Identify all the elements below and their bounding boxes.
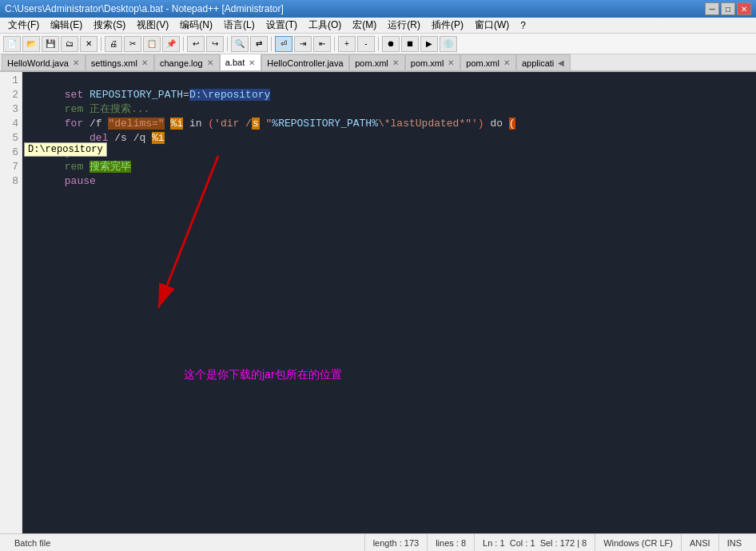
tab-changelog[interactable]: change.log ✕ (154, 54, 220, 70)
macro-stop-button[interactable]: ⏹ (401, 36, 419, 52)
tab-settings-label: settings.xml (91, 58, 137, 68)
toolbar-separator-6 (378, 37, 379, 51)
tab-pom2[interactable]: pom.xml ✕ (405, 54, 461, 70)
tab-pom3-close[interactable]: ✕ (503, 58, 511, 67)
undo-button[interactable]: ↩ (187, 36, 205, 52)
status-encoding: ANSI (682, 534, 719, 551)
tab-pom3-label: pom.xml (466, 58, 499, 68)
status-lines: lines : 8 (428, 534, 475, 551)
status-position: Ln : 1 Col : 1 Sel : 172 | 8 (475, 534, 595, 551)
menu-run[interactable]: 运行(R) (383, 17, 425, 34)
path-tooltip: D:\repository (24, 142, 107, 157)
wordwrap-button[interactable]: ⏎ (275, 36, 292, 52)
menu-file[interactable]: 文件(F) (3, 17, 44, 34)
tab-abat-close[interactable]: ✕ (248, 58, 256, 67)
toolbar-separator-2 (183, 37, 184, 51)
toolbar-separator-3 (227, 37, 228, 51)
cut-button[interactable]: ✂ (124, 36, 141, 52)
menu-edit[interactable]: 编辑(E) (46, 17, 87, 34)
code-line-8 (27, 174, 751, 189)
save-all-button[interactable]: 🗂 (61, 36, 78, 52)
tab-pom3[interactable]: pom.xml ✕ (460, 54, 516, 70)
minimize-button[interactable]: ─ (705, 2, 719, 15)
new-button[interactable]: 📄 (3, 36, 21, 52)
menu-encode[interactable]: 编码(N) (175, 17, 217, 34)
line-numbers: 1 2 3 4 5 6 7 8 (0, 72, 22, 533)
zoom-out-button[interactable]: - (357, 36, 375, 52)
toolbar-separator-1 (101, 37, 101, 51)
status-bar: Batch file length : 173 lines : 8 Ln : 1… (0, 533, 756, 551)
macro-play-button[interactable]: ▶ (420, 36, 438, 52)
status-ins: INS (719, 534, 750, 551)
tab-settings-close[interactable]: ✕ (141, 58, 149, 67)
redo-button[interactable]: ↪ (206, 36, 224, 52)
status-length: length : 173 (365, 534, 428, 551)
menu-view[interactable]: 视图(V) (132, 17, 173, 34)
code-line-6: rem 搜索完毕 (27, 146, 751, 160)
menu-plugins[interactable]: 插件(P) (427, 17, 468, 34)
close-button[interactable]: ✕ (737, 2, 751, 15)
copy-button[interactable]: 📋 (143, 36, 161, 52)
title-buttons: ─ □ ✕ (705, 2, 751, 15)
replace-button[interactable]: ⇄ (250, 36, 268, 52)
paste-button[interactable]: 📌 (162, 36, 180, 52)
tab-pom2-close[interactable]: ✕ (447, 58, 455, 67)
tab-helloworld[interactable]: HelloWorld.java ✕ (2, 54, 86, 70)
open-button[interactable]: 📂 (22, 36, 40, 52)
tab-abat-label: a.bat (225, 58, 245, 67)
zoom-in-button[interactable]: + (338, 36, 356, 52)
window-title: C:\Users\Administrator\Desktop\a.bat - N… (5, 3, 284, 14)
toolbar-separator-5 (334, 37, 335, 51)
menu-bar: 文件(F) 编辑(E) 搜索(S) 视图(V) 编码(N) 语言(L) 设置(T… (0, 18, 756, 34)
tab-pom1-label: pom.xml (355, 58, 388, 68)
menu-settings[interactable]: 设置(T) (261, 17, 302, 34)
status-filetype: Batch file (6, 534, 365, 551)
code-line-1: set REPOSITORY_PATH=D:\repository (27, 74, 751, 88)
tab-hellocontroller-label: HelloController.java (267, 58, 343, 68)
status-lineending: Windows (CR LF) (595, 534, 682, 551)
tab-changelog-close[interactable]: ✕ (206, 58, 214, 67)
menu-macro[interactable]: 宏(M) (348, 17, 381, 34)
tab-applicati-label: applicati (522, 58, 554, 68)
tab-changelog-label: change.log (160, 58, 203, 68)
macro-record-button[interactable]: ⏺ (382, 36, 400, 52)
title-bar: C:\Users\Administrator\Desktop\a.bat - N… (0, 0, 756, 18)
tab-abat[interactable]: a.bat ✕ (220, 54, 261, 70)
menu-language[interactable]: 语言(L) (219, 17, 260, 34)
close-tab-button[interactable]: ✕ (80, 36, 97, 52)
toolbar: 📄 📂 💾 🗂 ✕ 🖨 ✂ 📋 📌 ↩ ↪ 🔍 ⇄ ⏎ ⇥ ⇤ + - ⏺ ⏹ … (0, 34, 756, 54)
code-line-7: pause (27, 160, 751, 174)
maximize-button[interactable]: □ (721, 2, 735, 15)
code-area[interactable]: set REPOSITORY_PATH=D:\repository rem 正在… (22, 72, 756, 533)
print-button[interactable]: 🖨 (105, 36, 122, 52)
tab-settings[interactable]: settings.xml ✕ (86, 54, 154, 70)
tab-pom2-label: pom.xml (411, 58, 444, 68)
editor: 1 2 3 4 5 6 7 8 set REPOSITORY_PATH=D:\r… (0, 72, 756, 533)
tab-pom1-close[interactable]: ✕ (392, 58, 400, 67)
tab-bar: HelloWorld.java ✕ settings.xml ✕ change.… (0, 54, 756, 72)
macro-save-button[interactable]: 💿 (440, 36, 457, 52)
tab-helloworld-label: HelloWorld.java (7, 58, 69, 68)
tab-helloworld-close[interactable]: ✕ (72, 58, 80, 67)
toolbar-separator-4 (271, 37, 272, 51)
find-button[interactable]: 🔍 (231, 36, 249, 52)
menu-help[interactable]: ? (515, 18, 531, 33)
tab-applicati[interactable]: applicati ◀ (516, 54, 571, 70)
tab-applicati-close[interactable]: ◀ (557, 58, 565, 67)
tab-pom1[interactable]: pom.xml ✕ (349, 54, 405, 70)
unindent-button[interactable]: ⇤ (313, 36, 331, 52)
menu-tools[interactable]: 工具(O) (304, 17, 346, 34)
menu-window[interactable]: 窗口(W) (470, 17, 514, 34)
menu-search[interactable]: 搜索(S) (89, 17, 130, 34)
save-button[interactable]: 💾 (42, 36, 59, 52)
tab-hellocontroller[interactable]: HelloController.java ✕ (261, 54, 349, 70)
indent-button[interactable]: ⇥ (294, 36, 312, 52)
